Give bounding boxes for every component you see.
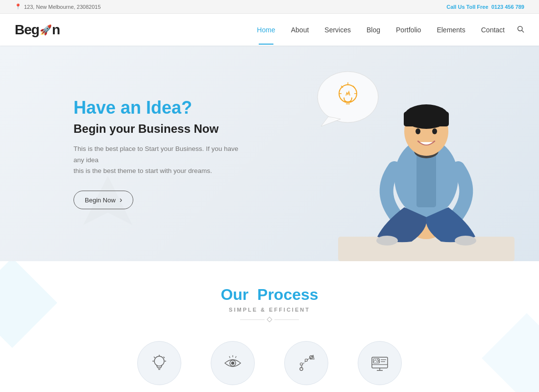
call-label: Call Us Toll Free [446, 4, 488, 10]
svg-line-37 [229, 356, 230, 358]
main-nav: Home About Services Blog Portfolio Eleme… [249, 15, 524, 45]
svg-rect-19 [404, 112, 449, 126]
begin-now-button[interactable]: Begin Now › [74, 191, 133, 209]
begin-now-label: Begin Now [85, 196, 116, 204]
address-text: 123, New Melbourne, 23082015 [24, 4, 101, 10]
search-icon[interactable] [516, 25, 524, 34]
hero-content: Have an Idea? Begin your Business Now Th… [0, 98, 250, 210]
header: Beg🚀n Home About Services Blog Portfolio… [0, 14, 539, 46]
nav-item-services[interactable]: Services [317, 15, 359, 45]
svg-point-25 [154, 356, 164, 366]
process-bg-left [0, 261, 57, 348]
process-item-design [284, 341, 328, 385]
process-icon-circle-vision [211, 341, 255, 385]
phone-number: 0123 456 789 [491, 4, 524, 10]
divider-diamond [267, 317, 272, 322]
speech-bubble [314, 70, 382, 131]
nav-item-contact[interactable]: Contact [473, 15, 513, 45]
process-item-launch [358, 341, 402, 385]
logo[interactable]: Beg🚀n [15, 22, 60, 38]
pin-icon: 📍 [15, 3, 22, 10]
nav-item-blog[interactable]: Blog [359, 15, 388, 45]
hero-subheadline: Begin your Business Now [74, 122, 250, 136]
nav-item-home[interactable]: Home [249, 15, 283, 45]
process-divider [0, 318, 539, 321]
svg-line-32 [164, 357, 165, 358]
arrow-icon: › [120, 196, 122, 204]
hero-description: This is the best place to Start your Bus… [74, 144, 250, 177]
divider-line-left [240, 319, 265, 320]
svg-line-36 [236, 356, 237, 358]
svg-rect-13 [338, 237, 514, 261]
nav-item-portfolio[interactable]: Portfolio [388, 15, 429, 45]
nav-item-about[interactable]: About [283, 15, 317, 45]
process-title-plain: Our [220, 286, 248, 303]
svg-point-23 [376, 236, 398, 245]
svg-line-1 [522, 30, 524, 32]
process-item-vision [211, 341, 255, 385]
topbar: 📍 123, New Melbourne, 23082015 Call Us T… [0, 0, 539, 14]
svg-point-3 [318, 72, 378, 122]
hero-image-area [284, 46, 539, 261]
hero-desc-line2: this is the best theme to start with you… [74, 167, 212, 174]
svg-point-34 [232, 362, 234, 365]
hero-desc-line1: This is the best place to Start your Bus… [74, 145, 238, 164]
svg-point-20 [416, 128, 420, 134]
logo-text-after: n [52, 22, 60, 38]
hero-section: Have an Idea? Begin your Business Now Th… [0, 46, 539, 261]
process-section: Our Process SIMPLE & EFFICIENT [0, 261, 539, 392]
process-title-accent: Process [257, 286, 318, 303]
nav-item-elements[interactable]: Elements [429, 15, 473, 45]
logo-text-before: Beg [15, 22, 39, 38]
svg-line-31 [154, 357, 155, 358]
topbar-address: 📍 123, New Melbourne, 23082015 [15, 3, 101, 10]
divider-line-right [274, 319, 299, 320]
topbar-phone: Call Us Toll Free 0123 456 789 [446, 4, 524, 10]
process-icon-circle-idea [137, 341, 181, 385]
svg-point-24 [455, 236, 476, 245]
process-item-idea [137, 341, 181, 385]
process-icon-circle-launch [358, 341, 402, 385]
svg-point-21 [432, 128, 437, 134]
process-icons-row [0, 341, 539, 385]
hero-headline: Have an Idea? [74, 98, 250, 118]
process-icon-circle-design [284, 341, 328, 385]
rocket-icon: 🚀 [40, 24, 51, 36]
process-title: Our Process [0, 286, 539, 304]
process-subtitle: SIMPLE & EFFICIENT [0, 307, 539, 313]
